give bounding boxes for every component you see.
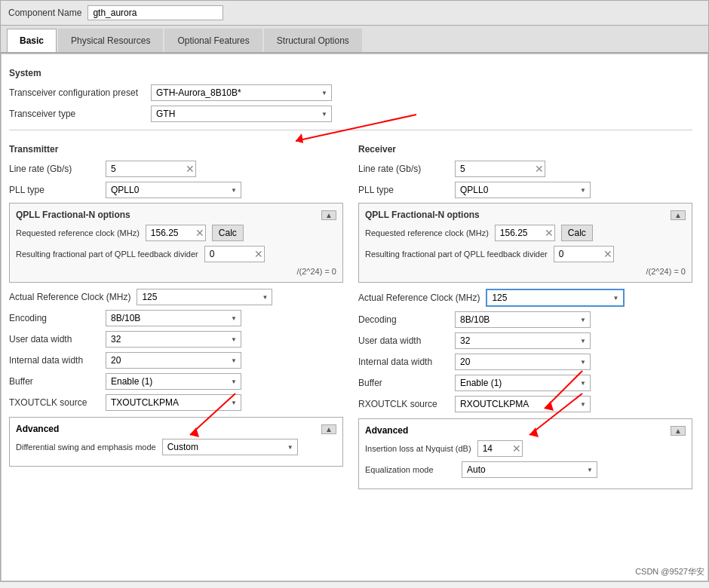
tx-line-rate-clear[interactable]: ✕ — [186, 164, 195, 174]
content-area: System Transceiver configuration preset … — [1, 54, 708, 581]
tabs-bar: Basic Physical Resources Optional Featur… — [1, 26, 708, 54]
tx-pll-label: PLL type — [9, 185, 100, 195]
tx-txoutclk-select[interactable]: TXOUTCLKPMA — [106, 394, 241, 411]
rx-actual-ref-select[interactable]: 125 — [487, 290, 623, 305]
rx-actual-ref-wrapper: 125 — [486, 289, 625, 307]
rx-line-rate-input[interactable] — [455, 161, 545, 177]
tx-advanced-title: Advanced — [16, 424, 59, 434]
rx-frac-row: Resulting fractional part of QPLL feedba… — [365, 246, 686, 262]
tab-basic[interactable]: Basic — [7, 29, 57, 52]
rx-rxoutclk-wrapper: RXOUTCLKPMA — [455, 396, 591, 412]
tab-structural-options[interactable]: Structural Options — [264, 29, 362, 52]
tx-calc-btn[interactable]: Calc — [212, 225, 244, 241]
type-select[interactable]: GTH — [151, 106, 332, 122]
rx-internal-data-row: Internal data width 20 — [358, 354, 692, 370]
tx-user-data-label: User data width — [9, 334, 100, 345]
tab-physical-resources[interactable]: Physical Resources — [58, 29, 163, 52]
rx-qpll-collapse[interactable]: ▲ — [671, 210, 686, 220]
rx-buffer-select[interactable]: Enable (1) — [455, 375, 591, 391]
tx-buffer-wrapper: Enable (1) — [106, 373, 241, 390]
rx-line-rate-row: Line rate (Gb/s) ✕ — [358, 161, 692, 177]
tx-buffer-select[interactable]: Enable (1) — [106, 373, 241, 390]
tx-formula: /(2^24) = 0 — [16, 267, 336, 276]
tx-advanced-header: Advanced ▲ — [16, 424, 336, 434]
tx-ref-clock-clear[interactable]: ✕ — [195, 228, 204, 238]
tx-qpll-title: QPLL Fractional-N options — [16, 210, 130, 220]
tx-internal-data-wrapper: 20 — [106, 352, 241, 369]
rx-user-data-select[interactable]: 32 — [455, 332, 591, 349]
tx-diff-swing-row: Differential swing and emphasis mode Cus… — [16, 439, 336, 455]
tx-buffer-row: Buffer Enable (1) — [9, 373, 343, 390]
preset-select[interactable]: GTH-Aurora_8B10B* — [151, 84, 332, 101]
rx-user-data-label: User data width — [358, 335, 449, 346]
tx-encoding-select[interactable]: 8B/10B — [106, 310, 241, 326]
rx-calc-btn[interactable]: Calc — [561, 225, 593, 241]
rx-user-data-wrapper: 32 — [455, 332, 591, 349]
rx-advanced-title: Advanced — [365, 425, 408, 436]
tx-internal-data-select[interactable]: 20 — [106, 352, 241, 369]
rx-decoding-row: Decoding 8B/10B — [358, 311, 692, 328]
rx-line-rate-clear[interactable]: ✕ — [535, 164, 544, 174]
rx-insertion-loss-clear[interactable]: ✕ — [512, 443, 521, 454]
tx-pll-select-wrapper: QPLL0 — [106, 182, 241, 198]
rx-rxoutclk-select[interactable]: RXOUTCLKPMA — [455, 396, 591, 412]
tx-line-rate-label: Line rate (Gb/s) — [9, 164, 100, 174]
rx-pll-select-wrapper: QPLL0 — [455, 182, 591, 198]
rx-decoding-label: Decoding — [358, 314, 449, 325]
rx-ref-clock-clear[interactable]: ✕ — [545, 228, 554, 238]
tab-optional-features[interactable]: Optional Features — [164, 29, 262, 52]
tx-frac-clear[interactable]: ✕ — [254, 249, 263, 259]
rx-pll-select[interactable]: QPLL0 — [455, 182, 591, 198]
rx-pll-row: PLL type QPLL0 — [358, 182, 692, 198]
tx-qpll-box: QPLL Fractional-N options ▲ Requested re… — [9, 203, 343, 283]
two-columns: Transmitter Line rate (Gb/s) ✕ PLL type … — [9, 138, 692, 489]
tx-actual-ref-select[interactable]: 125 — [137, 289, 272, 305]
rx-equalization-select[interactable]: Auto — [462, 461, 597, 478]
rx-decoding-wrapper: 8B/10B — [455, 311, 591, 328]
tx-actual-ref-wrapper: 125 — [137, 289, 272, 305]
rx-internal-data-wrapper: 20 — [455, 354, 591, 370]
component-name-bar: Component Name — [1, 1, 708, 26]
rx-decoding-select[interactable]: 8B/10B — [455, 311, 591, 328]
tx-pll-select[interactable]: QPLL0 — [106, 182, 241, 198]
preset-label: Transceiver configuration preset — [9, 87, 145, 98]
tx-actual-ref-row: Actual Reference Clock (MHz) 125 — [9, 289, 343, 305]
system-header: System — [9, 68, 692, 78]
tx-line-rate-row: Line rate (Gb/s) ✕ — [9, 161, 343, 177]
type-select-wrapper: GTH — [151, 106, 332, 122]
tx-line-rate-input-wrapper: ✕ — [106, 161, 196, 177]
rx-frac-clear[interactable]: ✕ — [603, 249, 612, 259]
rx-qpll-box: QPLL Fractional-N options ▲ Requested re… — [358, 203, 692, 283]
rx-internal-data-select[interactable]: 20 — [455, 354, 591, 370]
component-name-label: Component Name — [8, 8, 81, 18]
tx-encoding-row: Encoding 8B/10B — [9, 310, 343, 326]
tx-qpll-header: QPLL Fractional-N options ▲ — [16, 210, 336, 220]
rx-equalization-wrapper: Auto — [462, 461, 597, 478]
tx-frac-row: Resulting fractional part of QPLL feedba… — [16, 246, 336, 262]
rx-advanced-collapse[interactable]: ▲ — [671, 426, 686, 436]
tx-qpll-collapse[interactable]: ▲ — [321, 210, 336, 220]
rx-ref-clock-row: Requested reference clock (MHz) ✕ Calc — [365, 225, 686, 241]
tx-diff-swing-wrapper: Custom — [162, 439, 298, 455]
rx-actual-ref-label: Actual Reference Clock (MHz) — [358, 292, 480, 303]
type-label: Transceiver type — [9, 109, 145, 119]
tx-user-data-select[interactable]: 32 — [106, 331, 241, 348]
tx-internal-data-label: Internal data width — [9, 355, 100, 366]
component-name-input[interactable] — [87, 5, 223, 20]
rx-internal-data-label: Internal data width — [358, 357, 449, 367]
transmitter-header: Transmitter — [9, 144, 343, 155]
tx-txoutclk-row: TXOUTCLK source TXOUTCLKPMA — [9, 394, 343, 411]
rx-ref-clock-label: Requested reference clock (MHz) — [365, 228, 489, 237]
tx-advanced-section: Advanced ▲ Differential swing and emphas… — [9, 417, 343, 467]
tx-internal-data-row: Internal data width 20 — [9, 352, 343, 369]
tx-frac-label: Resulting fractional part of QPLL feedba… — [16, 250, 198, 259]
tx-advanced-collapse[interactable]: ▲ — [321, 424, 336, 434]
receiver-column: Receiver Line rate (Gb/s) ✕ PLL type QPL… — [358, 138, 692, 489]
tx-diff-swing-select[interactable]: Custom — [162, 439, 298, 455]
type-row: Transceiver type GTH — [9, 106, 692, 122]
rx-frac-label: Resulting fractional part of QPLL feedba… — [365, 250, 548, 259]
system-section: System Transceiver configuration preset … — [9, 68, 692, 122]
tx-frac-input-wrapper: ✕ — [204, 246, 265, 262]
tx-line-rate-input[interactable] — [106, 161, 196, 177]
rx-equalization-label: Equalization mode — [365, 465, 456, 474]
